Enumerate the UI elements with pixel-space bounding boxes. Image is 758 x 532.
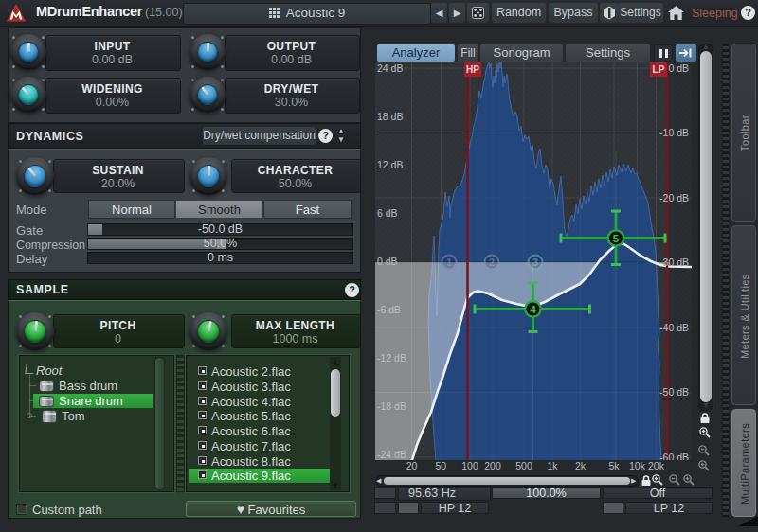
svg-text:12 dB: 12 dB [377,159,403,170]
svg-text:-6 dB: -6 dB [377,304,401,315]
svg-text:18 dB: 18 dB [377,111,403,122]
svg-text:-40 dB: -40 dB [659,322,689,333]
svg-text:4: 4 [530,304,536,315]
svg-text:-12 dB: -12 dB [377,352,406,364]
svg-text:6 dB: 6 dB [377,207,398,219]
svg-text:-10 dB: -10 dB [659,127,689,138]
svg-text:24 dB: 24 dB [377,62,403,74]
svg-text:-30 dB: -30 dB [659,257,689,268]
svg-text:-50 dB: -50 dB [659,386,689,398]
svg-text:0 dB: 0 dB [668,62,689,74]
svg-text:5: 5 [613,233,620,244]
svg-text:LP: LP [653,64,665,75]
svg-text:-20 dB: -20 dB [659,192,689,204]
svg-text:-60 dB: -60 dB [659,452,689,461]
svg-text:-24 dB: -24 dB [377,449,406,460]
svg-text:0 dB: 0 dB [377,256,398,267]
svg-text:1: 1 [446,257,452,268]
svg-text:2: 2 [489,257,495,268]
svg-text:HP: HP [466,64,479,75]
svg-text:-18 dB: -18 dB [377,400,406,412]
